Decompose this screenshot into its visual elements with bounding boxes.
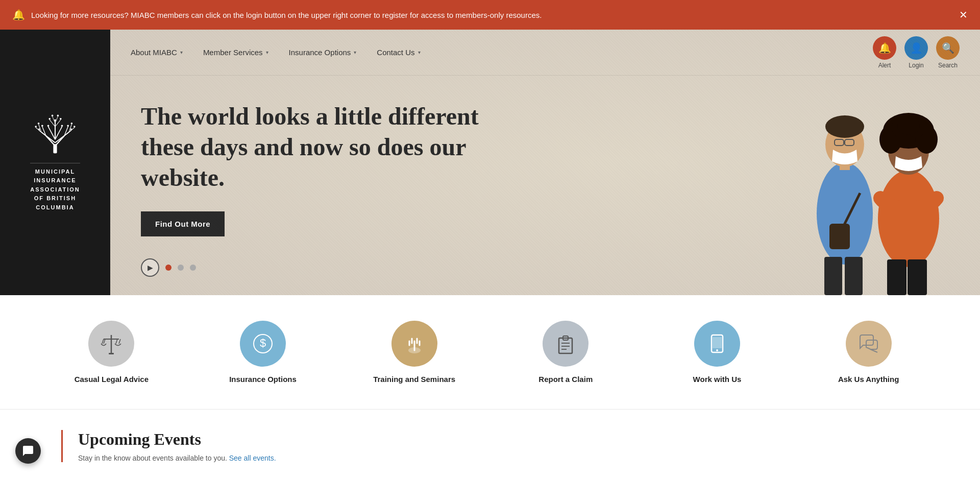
ask-us-icon [846, 321, 892, 367]
carousel-dot-2[interactable] [178, 265, 184, 271]
svg-point-26 [74, 126, 76, 128]
svg-point-22 [35, 126, 37, 128]
svg-rect-42 [824, 257, 842, 295]
upcoming-subtitle-text: Stay in the know about events available … [78, 454, 227, 462]
hero-area: About MIABC ▾ Member Services ▾ Insuranc… [110, 30, 980, 295]
svg-line-5 [48, 127, 55, 139]
service-label-claim: Report a Claim [538, 375, 593, 384]
service-label-training: Training and Seminars [373, 375, 455, 384]
svg-point-21 [41, 125, 43, 127]
service-label-work: Work with Us [693, 375, 742, 384]
logo-tree-icon [32, 113, 78, 159]
upcoming-section: Upcoming Events Stay in the know about e… [0, 409, 980, 479]
svg-point-33 [47, 125, 50, 127]
hero-title: The world looks a little different these… [141, 101, 498, 193]
svg-line-59 [104, 339, 105, 344]
insurance-options-icon: $ [240, 321, 286, 367]
svg-rect-73 [713, 337, 722, 348]
svg-point-24 [70, 128, 72, 130]
training-seminars-icon [391, 321, 437, 367]
svg-rect-55 [887, 259, 906, 295]
svg-point-31 [57, 114, 59, 116]
svg-line-6 [55, 127, 62, 139]
service-item-insurance[interactable]: $ Insurance Options [207, 321, 319, 384]
svg-line-60 [102, 339, 104, 344]
svg-text:$: $ [260, 337, 266, 349]
service-item-work[interactable]: Work with Us [661, 321, 773, 384]
svg-point-46 [878, 170, 939, 267]
svg-point-23 [38, 122, 40, 124]
find-out-more-button[interactable]: Find Out More [141, 211, 225, 236]
nav-link-member-services[interactable]: Member Services ▾ [203, 48, 268, 57]
svg-point-30 [52, 114, 54, 116]
svg-point-54 [897, 116, 920, 135]
nav-link-about-label: About MIABC [131, 48, 177, 57]
svg-point-74 [716, 349, 718, 351]
svg-point-34 [61, 125, 63, 127]
logo-divider [30, 163, 80, 163]
chevron-down-icon: ▾ [180, 50, 183, 55]
hero-content: The world looks a little different these… [110, 76, 529, 257]
svg-point-66 [408, 347, 421, 353]
svg-point-38 [825, 115, 864, 138]
nav-item-about[interactable]: About MIABC ▾ [131, 48, 183, 57]
service-label-legal: Casual Legal Advice [75, 375, 149, 384]
upcoming-title: Upcoming Events [78, 430, 939, 449]
chevron-down-icon: ▾ [266, 50, 268, 55]
upcoming-subtitle: Stay in the know about events available … [78, 454, 939, 462]
sidebar: MUNICIPAL INSURANCE ASSOCIATION OF BRITI… [0, 30, 110, 295]
svg-rect-63 [109, 353, 114, 354]
nav-item-contact-us[interactable]: Contact Us ▾ [377, 48, 420, 57]
svg-rect-56 [908, 259, 927, 295]
svg-line-61 [116, 339, 117, 344]
service-label-ask: Ask Us Anything [838, 375, 899, 384]
svg-point-29 [60, 117, 62, 119]
nav-link-contact-us-label: Contact Us [377, 48, 414, 57]
service-item-legal[interactable]: Casual Legal Advice [55, 321, 167, 384]
carousel-controls: ▶ [141, 258, 196, 277]
chat-icon [22, 445, 34, 457]
carousel-dot-3[interactable] [190, 265, 196, 271]
nav-link-contact-us[interactable]: Contact Us ▾ [377, 48, 420, 57]
nav-item-insurance-options[interactable]: Insurance Options ▾ [289, 48, 357, 57]
svg-point-20 [38, 128, 40, 130]
alert-message: Looking for more resources? MIABC member… [31, 11, 542, 19]
main-container: MUNICIPAL INSURANCE ASSOCIATION OF BRITI… [0, 30, 980, 295]
logo-area: MUNICIPAL INSURANCE ASSOCIATION OF BRITI… [30, 113, 80, 212]
svg-rect-43 [845, 257, 863, 295]
service-item-training[interactable]: Training and Seminars [358, 321, 471, 384]
carousel-play-button[interactable]: ▶ [141, 258, 159, 277]
svg-point-28 [48, 117, 51, 119]
nav-link-member-services-label: Member Services [203, 48, 263, 57]
nav-link-insurance-options[interactable]: Insurance Options ▾ [289, 48, 357, 57]
carousel-dot-1[interactable] [165, 265, 172, 271]
chat-widget-button[interactable] [15, 438, 41, 464]
report-claim-icon [543, 321, 589, 367]
nav-links: About MIABC ▾ Member Services ▾ Insuranc… [131, 48, 421, 57]
nav-link-about[interactable]: About MIABC ▾ [131, 48, 183, 57]
work-with-us-icon [694, 321, 740, 367]
chevron-down-icon: ▾ [354, 50, 356, 55]
service-label-insurance: Insurance Options [229, 375, 297, 384]
legal-advice-icon [88, 321, 134, 367]
nav-link-insurance-options-label: Insurance Options [289, 48, 351, 57]
chevron-down-icon: ▾ [418, 50, 421, 55]
nav-item-member-services[interactable]: Member Services ▾ [203, 48, 268, 57]
logo-text: MUNICIPAL INSURANCE ASSOCIATION OF BRITI… [30, 167, 80, 212]
service-item-claim[interactable]: Report a Claim [509, 321, 622, 384]
services-row: Casual Legal Advice $ Insurance Options … [0, 295, 980, 409]
service-item-ask[interactable]: Ask Us Anything [813, 321, 925, 384]
svg-rect-45 [829, 224, 850, 249]
alert-banner: 🔔 Looking for more resources? MIABC memb… [0, 0, 980, 30]
upcoming-inner: Upcoming Events Stay in the know about e… [61, 430, 939, 462]
hero-illustration [750, 50, 980, 295]
svg-point-27 [71, 122, 73, 124]
svg-point-25 [67, 125, 69, 127]
alert-close-button[interactable]: ✕ [959, 10, 968, 20]
see-all-events-link[interactable]: See all events. [229, 454, 276, 462]
hero-people-svg [750, 50, 980, 295]
alert-bell-icon: 🔔 [12, 9, 25, 21]
svg-line-62 [119, 339, 120, 344]
svg-point-32 [54, 119, 56, 121]
